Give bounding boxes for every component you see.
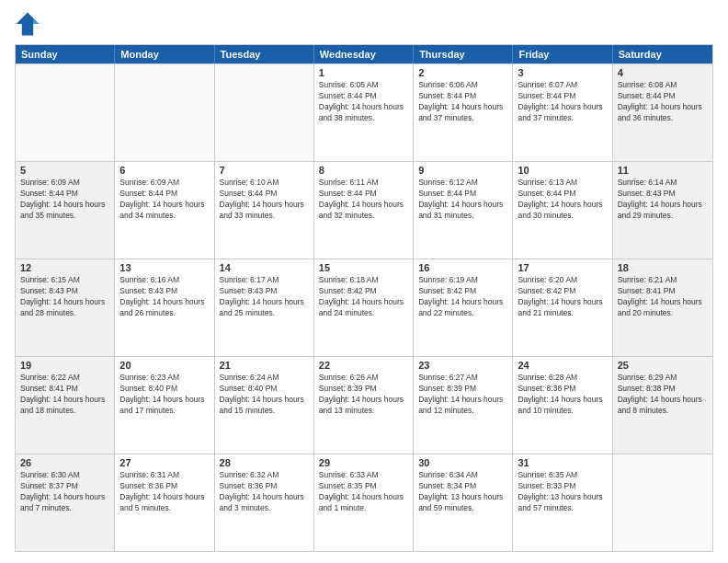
calendar-cell-empty bbox=[215, 64, 314, 161]
day-number: 1 bbox=[319, 67, 408, 78]
calendar-row-4: 26Sunrise: 6:30 AMSunset: 8:37 PMDayligh… bbox=[16, 454, 712, 551]
calendar-cell-2: 2Sunrise: 6:06 AMSunset: 8:44 PMDaylight… bbox=[414, 64, 513, 161]
calendar-cell-23: 23Sunrise: 6:27 AMSunset: 8:39 PMDayligh… bbox=[414, 357, 513, 454]
calendar-cell-empty bbox=[115, 64, 214, 161]
cell-info: Sunrise: 6:29 AMSunset: 8:38 PMDaylight:… bbox=[618, 373, 708, 417]
cell-info: Sunrise: 6:33 AMSunset: 8:35 PMDaylight:… bbox=[319, 470, 408, 514]
calendar: SundayMondayTuesdayWednesdayThursdayFrid… bbox=[15, 44, 713, 552]
calendar-cell-empty bbox=[613, 454, 712, 551]
day-number: 17 bbox=[518, 262, 607, 273]
calendar-cell-9: 9Sunrise: 6:12 AMSunset: 8:44 PMDaylight… bbox=[414, 162, 513, 259]
day-number: 19 bbox=[20, 360, 109, 371]
day-number: 27 bbox=[119, 457, 209, 468]
calendar-cell-8: 8Sunrise: 6:11 AMSunset: 8:44 PMDaylight… bbox=[314, 162, 414, 259]
calendar-cell-empty bbox=[16, 64, 115, 161]
cell-info: Sunrise: 6:27 AMSunset: 8:39 PMDaylight:… bbox=[418, 373, 507, 417]
calendar-row-2: 12Sunrise: 6:15 AMSunset: 8:43 PMDayligh… bbox=[16, 259, 712, 356]
day-number: 11 bbox=[618, 165, 708, 176]
day-number: 28 bbox=[220, 457, 309, 468]
logo bbox=[15, 11, 44, 37]
cell-info: Sunrise: 6:20 AMSunset: 8:42 PMDaylight:… bbox=[518, 275, 607, 319]
calendar-cell-12: 12Sunrise: 6:15 AMSunset: 8:43 PMDayligh… bbox=[16, 259, 115, 356]
day-number: 12 bbox=[20, 262, 109, 273]
calendar-cell-17: 17Sunrise: 6:20 AMSunset: 8:42 PMDayligh… bbox=[513, 259, 612, 356]
cell-info: Sunrise: 6:07 AMSunset: 8:44 PMDaylight:… bbox=[518, 80, 607, 124]
calendar-cell-22: 22Sunrise: 6:26 AMSunset: 8:39 PMDayligh… bbox=[314, 357, 414, 454]
header-day-thursday: Thursday bbox=[414, 45, 513, 63]
day-number: 23 bbox=[418, 360, 507, 371]
calendar-cell-27: 27Sunrise: 6:31 AMSunset: 8:36 PMDayligh… bbox=[115, 454, 214, 551]
day-number: 4 bbox=[618, 67, 708, 78]
cell-info: Sunrise: 6:15 AMSunset: 8:43 PMDaylight:… bbox=[20, 275, 109, 319]
calendar-cell-25: 25Sunrise: 6:29 AMSunset: 8:38 PMDayligh… bbox=[613, 357, 712, 454]
cell-info: Sunrise: 6:21 AMSunset: 8:41 PMDaylight:… bbox=[618, 275, 708, 319]
day-number: 29 bbox=[319, 457, 408, 468]
header-day-monday: Monday bbox=[115, 45, 214, 63]
header-day-sunday: Sunday bbox=[16, 45, 115, 63]
day-number: 24 bbox=[518, 360, 607, 371]
day-number: 6 bbox=[119, 165, 209, 176]
calendar-cell-24: 24Sunrise: 6:28 AMSunset: 8:38 PMDayligh… bbox=[513, 357, 612, 454]
cell-info: Sunrise: 6:32 AMSunset: 8:36 PMDaylight:… bbox=[220, 470, 309, 514]
header-day-friday: Friday bbox=[513, 45, 612, 63]
cell-info: Sunrise: 6:16 AMSunset: 8:43 PMDaylight:… bbox=[119, 275, 209, 319]
calendar-cell-7: 7Sunrise: 6:10 AMSunset: 8:44 PMDaylight… bbox=[215, 162, 314, 259]
day-number: 18 bbox=[618, 262, 708, 273]
cell-info: Sunrise: 6:09 AMSunset: 8:44 PMDaylight:… bbox=[119, 178, 209, 222]
calendar-cell-1: 1Sunrise: 6:05 AMSunset: 8:44 PMDaylight… bbox=[314, 64, 414, 161]
calendar-cell-31: 31Sunrise: 6:35 AMSunset: 8:33 PMDayligh… bbox=[513, 454, 612, 551]
day-number: 22 bbox=[319, 360, 408, 371]
day-number: 26 bbox=[20, 457, 109, 468]
cell-info: Sunrise: 6:17 AMSunset: 8:43 PMDaylight:… bbox=[220, 275, 309, 319]
day-number: 9 bbox=[418, 165, 507, 176]
calendar-row-0: 1Sunrise: 6:05 AMSunset: 8:44 PMDaylight… bbox=[16, 63, 712, 161]
calendar-cell-6: 6Sunrise: 6:09 AMSunset: 8:44 PMDaylight… bbox=[115, 162, 214, 259]
header-day-tuesday: Tuesday bbox=[215, 45, 314, 63]
day-number: 2 bbox=[418, 67, 507, 78]
calendar-row-1: 5Sunrise: 6:09 AMSunset: 8:44 PMDaylight… bbox=[16, 161, 712, 259]
header bbox=[15, 11, 713, 37]
cell-info: Sunrise: 6:06 AMSunset: 8:44 PMDaylight:… bbox=[418, 80, 507, 124]
page: SundayMondayTuesdayWednesdayThursdayFrid… bbox=[0, 0, 728, 563]
cell-info: Sunrise: 6:05 AMSunset: 8:44 PMDaylight:… bbox=[319, 80, 408, 124]
day-number: 10 bbox=[518, 165, 607, 176]
day-number: 25 bbox=[618, 360, 708, 371]
cell-info: Sunrise: 6:35 AMSunset: 8:33 PMDaylight:… bbox=[518, 470, 607, 514]
calendar-cell-11: 11Sunrise: 6:14 AMSunset: 8:43 PMDayligh… bbox=[613, 162, 712, 259]
calendar-cell-20: 20Sunrise: 6:23 AMSunset: 8:40 PMDayligh… bbox=[115, 357, 214, 454]
cell-info: Sunrise: 6:19 AMSunset: 8:42 PMDaylight:… bbox=[418, 275, 507, 319]
cell-info: Sunrise: 6:09 AMSunset: 8:44 PMDaylight:… bbox=[20, 178, 109, 222]
day-number: 14 bbox=[220, 262, 309, 273]
calendar-cell-21: 21Sunrise: 6:24 AMSunset: 8:40 PMDayligh… bbox=[215, 357, 314, 454]
cell-info: Sunrise: 6:11 AMSunset: 8:44 PMDaylight:… bbox=[319, 178, 408, 222]
cell-info: Sunrise: 6:12 AMSunset: 8:44 PMDaylight:… bbox=[418, 178, 507, 222]
calendar-cell-14: 14Sunrise: 6:17 AMSunset: 8:43 PMDayligh… bbox=[215, 259, 314, 356]
calendar-cell-5: 5Sunrise: 6:09 AMSunset: 8:44 PMDaylight… bbox=[16, 162, 115, 259]
cell-info: Sunrise: 6:10 AMSunset: 8:44 PMDaylight:… bbox=[220, 178, 309, 222]
cell-info: Sunrise: 6:24 AMSunset: 8:40 PMDaylight:… bbox=[220, 373, 309, 417]
cell-info: Sunrise: 6:30 AMSunset: 8:37 PMDaylight:… bbox=[20, 470, 109, 514]
header-day-saturday: Saturday bbox=[613, 45, 712, 63]
day-number: 13 bbox=[119, 262, 209, 273]
cell-info: Sunrise: 6:08 AMSunset: 8:44 PMDaylight:… bbox=[618, 80, 708, 124]
calendar-cell-4: 4Sunrise: 6:08 AMSunset: 8:44 PMDaylight… bbox=[613, 64, 712, 161]
day-number: 7 bbox=[220, 165, 309, 176]
logo-icon bbox=[15, 11, 40, 37]
calendar-cell-16: 16Sunrise: 6:19 AMSunset: 8:42 PMDayligh… bbox=[414, 259, 513, 356]
day-number: 31 bbox=[518, 457, 607, 468]
cell-info: Sunrise: 6:13 AMSunset: 8:44 PMDaylight:… bbox=[518, 178, 607, 222]
day-number: 20 bbox=[119, 360, 209, 371]
cell-info: Sunrise: 6:26 AMSunset: 8:39 PMDaylight:… bbox=[319, 373, 408, 417]
calendar-row-3: 19Sunrise: 6:22 AMSunset: 8:41 PMDayligh… bbox=[16, 356, 712, 454]
calendar-cell-15: 15Sunrise: 6:18 AMSunset: 8:42 PMDayligh… bbox=[314, 259, 414, 356]
calendar-cell-29: 29Sunrise: 6:33 AMSunset: 8:35 PMDayligh… bbox=[314, 454, 414, 551]
calendar-cell-30: 30Sunrise: 6:34 AMSunset: 8:34 PMDayligh… bbox=[414, 454, 513, 551]
calendar-body: 1Sunrise: 6:05 AMSunset: 8:44 PMDaylight… bbox=[16, 63, 712, 551]
cell-info: Sunrise: 6:23 AMSunset: 8:40 PMDaylight:… bbox=[119, 373, 209, 417]
day-number: 30 bbox=[418, 457, 507, 468]
calendar-header: SundayMondayTuesdayWednesdayThursdayFrid… bbox=[16, 45, 712, 63]
day-number: 15 bbox=[319, 262, 408, 273]
cell-info: Sunrise: 6:28 AMSunset: 8:38 PMDaylight:… bbox=[518, 373, 607, 417]
calendar-cell-10: 10Sunrise: 6:13 AMSunset: 8:44 PMDayligh… bbox=[513, 162, 612, 259]
calendar-cell-3: 3Sunrise: 6:07 AMSunset: 8:44 PMDaylight… bbox=[513, 64, 612, 161]
